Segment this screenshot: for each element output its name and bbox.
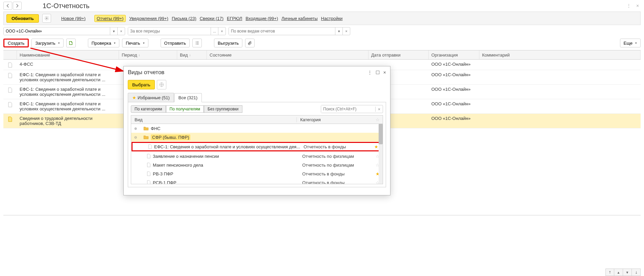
tab-all[interactable]: Все (321) (174, 93, 202, 102)
dialog-close-icon[interactable]: × (383, 70, 386, 75)
link-reports[interactable]: Отчеты (99+) (94, 15, 126, 22)
dialog-scrollbar[interactable] (379, 124, 383, 184)
tree-item[interactable]: Заявление о назначении пенсии Отчетность… (131, 152, 383, 161)
link-notifications[interactable]: Уведомления (99+) (129, 16, 168, 21)
action-bar: Создать Загрузить Проверка Печать Отправ… (0, 37, 644, 50)
create-button[interactable]: Создать (3, 39, 29, 47)
star-column-icon[interactable]: ☆ (373, 117, 383, 122)
paging-controls: ⤒ ▲ ▼ ⤓ (605, 269, 641, 276)
nav-back-button[interactable] (3, 2, 12, 10)
globe-button[interactable] (157, 80, 166, 89)
org-filter-drop[interactable]: ▾ (110, 27, 117, 35)
app-title: 1С-Отчетность (43, 2, 90, 10)
header-close-icon[interactable]: × (635, 3, 641, 9)
svg-point-0 (46, 18, 47, 19)
collapse-icon[interactable]: ⊖ (133, 135, 138, 139)
tree-folder-sfr[interactable]: ⊖ СФР (бывш. ПФР) (131, 133, 383, 142)
tree-item[interactable]: Макет пенсионного дела Отчетность по физ… (131, 161, 383, 169)
tree-folder-fns[interactable]: ⊕ ФНС (131, 124, 383, 133)
link-accounts[interactable]: Личные кабинеты (281, 16, 317, 21)
dialog-search-clear[interactable]: × (375, 107, 383, 112)
nav-forward-button[interactable] (13, 2, 22, 10)
seg-no-grouping[interactable]: Без группировки (204, 105, 242, 113)
app-header: 1С-Отчетность ⋮ × (0, 0, 644, 12)
tree-header: Вид Категория ☆ (131, 115, 383, 124)
more-button[interactable]: Еще (620, 39, 641, 47)
page-first[interactable]: ⤒ (605, 269, 614, 276)
type-filter-input[interactable] (229, 27, 335, 35)
tree-item[interactable]: РСВ-1 ПФР Отчетность в фонды ☆ (131, 178, 383, 184)
link-new[interactable]: Новое (99+) (61, 16, 86, 21)
period-filter-clear[interactable]: × (218, 27, 225, 35)
table-header: Наименование Период↓ Вид↓ Состояние Дата… (3, 50, 641, 60)
header-menu-icon[interactable]: ⋮ (626, 3, 632, 9)
period-filter-dots[interactable]: ... (211, 27, 218, 35)
dialog-title: Виды отчетов (128, 69, 164, 76)
export-button[interactable]: Выгрузить (214, 39, 242, 47)
org-filter-input[interactable] (4, 27, 110, 35)
load-button[interactable]: Загрузить (31, 39, 63, 47)
refresh-doc-button[interactable] (66, 39, 76, 47)
org-filter-clear[interactable]: × (117, 27, 125, 35)
dialog-search-input[interactable] (321, 105, 375, 113)
col-name[interactable]: Наименование (17, 50, 119, 59)
type-filter-drop[interactable]: ▾ (335, 27, 342, 35)
main-toolbar: Обновить Новое (99+) Отчеты (99+) Уведом… (3, 12, 641, 25)
col-org[interactable]: Организация (429, 50, 479, 59)
col-comment[interactable]: Комментарий (479, 50, 641, 59)
tree-item-highlighted[interactable]: ЕФС-1: Сведения о заработной плате и усл… (132, 142, 382, 151)
link-egrul[interactable]: ЕГРЮЛ (227, 16, 242, 21)
seg-by-recipient[interactable]: По получателям (166, 105, 204, 113)
print-button[interactable]: Печать (122, 39, 148, 47)
tree-item[interactable]: РВ-3 ПФР Отчетность в фонды ★ (131, 169, 383, 178)
list-button[interactable] (192, 39, 202, 47)
report-types-dialog: Виды отчетов ⋮ ☐ × Выбрать ★Избранные (5… (123, 66, 390, 195)
seg-by-category[interactable]: По категориям (131, 105, 166, 113)
check-button[interactable]: Проверка (88, 39, 119, 47)
type-filter-clear[interactable]: × (342, 27, 350, 35)
dialog-maximize-icon[interactable]: ☐ (376, 70, 380, 75)
select-button[interactable]: Выбрать (128, 80, 155, 89)
update-button[interactable]: Обновить (6, 14, 39, 23)
link-incoming[interactable]: Входящие (99+) (246, 16, 278, 21)
send-button[interactable]: Отправить (161, 39, 190, 47)
attach-button[interactable] (245, 39, 255, 47)
expand-icon[interactable]: ⊕ (133, 127, 138, 130)
gear-button[interactable] (42, 14, 51, 23)
col-period[interactable]: Период↓ (119, 50, 177, 59)
col-status[interactable]: Состояние (207, 50, 368, 59)
page-up[interactable]: ▲ (614, 269, 623, 276)
link-reconcile[interactable]: Сверки (17) (200, 16, 223, 21)
filter-bar: ▾ × ... × ▾ × (0, 25, 644, 37)
link-settings[interactable]: Настройки (321, 16, 343, 21)
link-letters[interactable]: Письма (23) (172, 16, 196, 21)
col-send-date[interactable]: Дата отправки (368, 50, 429, 59)
col-type[interactable]: Вид↓ (177, 50, 207, 59)
page-down[interactable]: ▼ (623, 269, 632, 276)
page-last[interactable]: ⤓ (632, 269, 641, 276)
period-filter-input[interactable] (128, 27, 211, 35)
tab-favorites[interactable]: ★Избранные (51) (128, 93, 174, 102)
dialog-menu-icon[interactable]: ⋮ (367, 70, 372, 75)
